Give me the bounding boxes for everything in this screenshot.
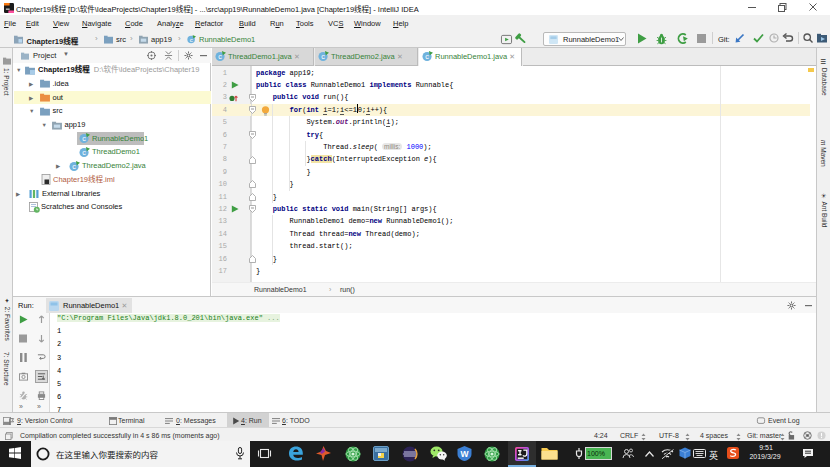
svg-text:c: c xyxy=(82,134,86,143)
svg-text:c: c xyxy=(190,36,193,42)
svg-text:c: c xyxy=(72,162,76,171)
svg-text:c: c xyxy=(82,148,86,157)
svg-text:W: W xyxy=(460,449,469,459)
svg-text:c: c xyxy=(321,52,325,61)
svg-text:c: c xyxy=(425,52,429,61)
svg-text:c: c xyxy=(218,52,222,61)
